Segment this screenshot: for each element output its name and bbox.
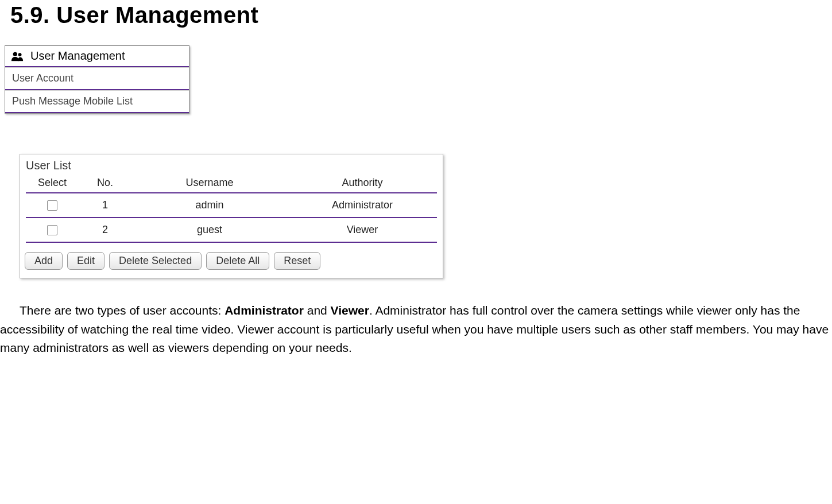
svg-point-0: [13, 52, 17, 56]
checkbox[interactable]: [47, 225, 57, 235]
user-list-panel: User List Select No. Username Authority …: [20, 154, 443, 278]
nav-item-user-account[interactable]: User Account: [5, 67, 189, 90]
para-mid1: and: [304, 304, 331, 317]
table-row: 2 guest Viewer: [26, 218, 437, 242]
col-username: Username: [131, 175, 288, 193]
cell-no: 2: [79, 218, 131, 242]
section-heading: 5.9. User Management: [10, 2, 832, 28]
cell-authority: Viewer: [288, 218, 437, 242]
users-icon: [11, 51, 24, 61]
cell-username: admin: [131, 193, 288, 218]
nav-header[interactable]: User Management: [5, 46, 189, 67]
user-table: Select No. Username Authority 1 admin Ad…: [26, 175, 437, 243]
para-bold-viewer: Viewer: [331, 304, 369, 317]
cell-username: guest: [131, 218, 288, 242]
nav-item-push-message[interactable]: Push Message Mobile List: [5, 90, 189, 113]
svg-point-1: [18, 53, 22, 56]
checkbox[interactable]: [47, 200, 57, 211]
nav-title: User Management: [30, 49, 125, 63]
add-button[interactable]: Add: [25, 252, 63, 270]
panel-title: User List: [20, 154, 443, 172]
table-header-row: Select No. Username Authority: [26, 175, 437, 193]
para-bold-admin: Administrator: [225, 304, 304, 317]
para-pre: There are two types of user accounts:: [20, 304, 225, 317]
cell-authority: Administrator: [288, 193, 437, 218]
reset-button[interactable]: Reset: [274, 252, 320, 270]
col-no: No.: [79, 175, 131, 193]
col-select: Select: [26, 175, 79, 193]
cell-no: 1: [79, 193, 131, 218]
delete-all-button[interactable]: Delete All: [206, 252, 269, 270]
col-authority: Authority: [288, 175, 437, 193]
delete-selected-button[interactable]: Delete Selected: [109, 252, 202, 270]
button-row: Add Edit Delete Selected Delete All Rese…: [20, 243, 443, 272]
description-paragraph: There are two types of user accounts: Ad…: [0, 301, 832, 358]
edit-button[interactable]: Edit: [67, 252, 105, 270]
table-row: 1 admin Administrator: [26, 193, 437, 218]
nav-menu: User Management User Account Push Messag…: [5, 45, 189, 114]
